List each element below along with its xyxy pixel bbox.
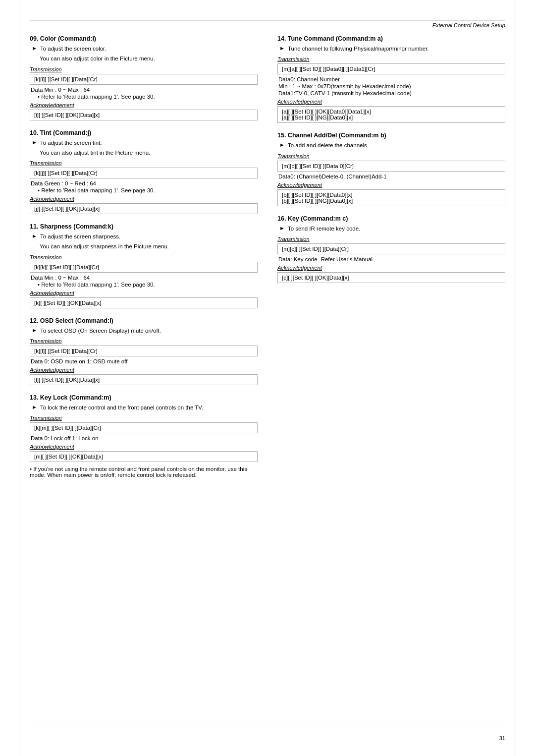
section-10-bullet-1: ► To adjust the screen tint.	[30, 139, 258, 147]
section-14-data-1: Min : 1 ~ Max : 0x7D(transmit by Hexadec…	[277, 83, 505, 89]
section-15-ack-code: [b][ ][Set ID][ ][OK][Data0][x] [b][ ][S…	[277, 189, 505, 206]
right-column: 14. Tune Command (Command:m a) ► Tune ch…	[277, 35, 505, 487]
arrow-icon: ►	[32, 139, 37, 145]
section-13-text-1: To lock the remote control and the front…	[40, 404, 203, 412]
section-13-transmission-code: [k][m][ ][Set ID][ ][Data][Cr]	[30, 422, 258, 433]
section-15-text-1: To add and delete the channels.	[288, 141, 369, 150]
arrow-icon: ►	[279, 142, 285, 148]
section-16-title: 16. Key (Command:m c)	[277, 215, 505, 222]
section-09-text-1: To adjust the screen color.	[40, 45, 107, 53]
section-13-bullet-1: ► To lock the remote control and the fro…	[30, 404, 258, 412]
section-15-transmission-label: Transmission	[277, 153, 505, 159]
section-15-ack-line-1: [b][ ][Set ID][ ][OK][Data0][x]	[282, 192, 501, 198]
arrow-icon: ►	[32, 404, 37, 410]
section-13-ack-label: Acknowledgement	[30, 444, 258, 450]
section-09-transmission-code: [k][i][ ][Set ID][ ][Data][Cr]	[30, 74, 258, 85]
section-15-title: 15. Channel Add/Del (Command:m b)	[277, 132, 505, 139]
section-16-transmission-label: Transmission	[277, 236, 505, 242]
section-10-transmission-label: Transmission	[30, 160, 258, 166]
section-15-ack-label: Acknowledgement	[277, 182, 505, 188]
section-10-title: 10. Tint (Command:j)	[30, 129, 258, 136]
section-16-text-1: To send IR remote key code.	[288, 225, 360, 233]
section-09-ack-label: Acknowledgement	[30, 102, 258, 108]
section-16-transmission-code: [m][c][ ][Set ID][ ][Data][Cr]	[277, 243, 505, 254]
section-16: 16. Key (Command:m c) ► To send IR remot…	[277, 215, 505, 283]
section-16-bullet-1: ► To send IR remote key code.	[277, 225, 505, 233]
arrow-icon: ►	[32, 327, 37, 333]
arrow-icon: ►	[279, 225, 285, 231]
section-14-bullet-1: ► Tune channel to following Physical/maj…	[277, 45, 505, 53]
arrow-icon: ►	[32, 45, 37, 51]
arrow-icon: ►	[279, 45, 285, 51]
section-13: 13. Key Lock (Command:m) ► To lock the r…	[30, 394, 258, 478]
section-12: 12. OSD Select (Command:l) ► To select O…	[30, 317, 258, 385]
header-title: External Control Device Setup	[432, 22, 505, 28]
section-13-title: 13. Key Lock (Command:m)	[30, 394, 258, 401]
section-16-data-0: Data: Key code- Refer User's Manual	[277, 256, 505, 262]
section-15-ack-line-2: [b][ ][Set ID][ ][NG][Data0][x]	[282, 198, 501, 204]
section-14-ack-line-2: [a][ ][Set ID][ ][NG][Data0][x]	[282, 115, 501, 120]
section-11-text-1: To adjust the screen sharpness.	[40, 233, 120, 241]
section-12-title: 12. OSD Select (Command:l)	[30, 317, 258, 324]
section-09-transmission-label: Transmission	[30, 66, 258, 72]
section-14-transmission-label: Transmission	[277, 56, 505, 62]
page-header: External Control Device Setup	[30, 20, 505, 30]
section-14-title: 14. Tune Command (Command:m a)	[277, 35, 505, 42]
section-14-ack-line-1: [a][ ][Set ID][ ][OK][Data0][Data1][x]	[282, 109, 501, 115]
footer-line	[30, 726, 505, 726]
section-12-text-1: To select OSD (On Screen Display) mute o…	[40, 327, 161, 335]
section-10-data-1: • Refer to 'Real data mapping 1'. See pa…	[30, 187, 258, 193]
section-15-bullet-1: ► To add and delete the channels.	[277, 141, 505, 150]
section-12-data-0: Data 0: OSD mute on 1: OSD mute off	[30, 358, 258, 364]
section-16-ack-label: Acknowledgement	[277, 265, 505, 271]
section-14-transmission-code: [m][a][ ][Set ID][ ][Data0][ ][Data1][Cr…	[277, 63, 505, 74]
left-border	[20, 0, 20, 756]
section-09-data-0: Data Min : 0 ~ Max : 64	[30, 87, 258, 93]
section-10-transmission-code: [k][j][ ][Set ID][ ][Data][Cr]	[30, 168, 258, 178]
section-15-transmission-code: [m][b][ ][Set ID][ ][Data 0][Cr]	[277, 161, 505, 172]
section-09: 09. Color (Command:i) ► To adjust the sc…	[30, 35, 258, 120]
left-column: 09. Color (Command:i) ► To adjust the sc…	[30, 35, 258, 487]
section-10-ack-label: Acknowledgement	[30, 196, 258, 202]
section-14-ack-code: [a][ ][Set ID][ ][OK][Data0][Data1][x] […	[277, 106, 505, 123]
section-12-bullet-1: ► To select OSD (On Screen Display) mute…	[30, 327, 258, 335]
section-11-ack-code: [k][ ][Set ID][ ][OK][Data][x]	[30, 297, 258, 308]
section-13-ack-code: [m][ ][Set ID][ ][OK][Data][x]	[30, 451, 258, 462]
page-number: 31	[499, 735, 505, 741]
section-11-bullet-1: ► To adjust the screen sharpness.	[30, 233, 258, 241]
section-12-ack-code: [l][ ][Set ID][ ][OK][Data][x]	[30, 374, 258, 385]
section-11-title: 11. Sharpness (Command:k)	[30, 223, 258, 230]
section-10-text-2: You can also adjust tint in the Picture …	[30, 149, 258, 157]
section-13-data-0: Data 0: Lock off 1: Lock on	[30, 435, 258, 441]
arrow-icon: ►	[32, 233, 37, 239]
section-09-bullet-1: ► To adjust the screen color.	[30, 45, 258, 53]
section-11-transmission-label: Transmission	[30, 254, 258, 260]
section-11-text-2: You can also adjust sharpness in the Pic…	[30, 242, 258, 251]
section-10-data-0: Data Green : 0 ~ Red : 64	[30, 180, 258, 186]
section-14-ack-label: Acknowledgement	[277, 99, 505, 105]
section-09-data-1: • Refer to 'Real data mapping 1'. See pa…	[30, 94, 258, 100]
section-11-data-0: Data Min : 0 ~ Max : 64	[30, 275, 258, 281]
section-14-data-0: Data0: Channel Number	[277, 76, 505, 82]
section-10: 10. Tint (Command:j) ► To adjust the scr…	[30, 129, 258, 215]
section-14-data-2: Data1:TV-0, CATV-1 (transmit by Hexadeci…	[277, 90, 505, 96]
section-12-transmission-label: Transmission	[30, 338, 258, 344]
section-16-ack-code: [c][ ][Set ID][ ][OK][Data][x]	[277, 272, 505, 283]
section-15-data-0: Data0: (Channel)Delete-0, (Channel)Add-1	[277, 174, 505, 179]
section-11-transmission-code: [k][k][ ][Set ID][ ][Data][Cr]	[30, 262, 258, 273]
page: External Control Device Setup 09. Color …	[0, 0, 535, 756]
section-12-ack-label: Acknowledgement	[30, 367, 258, 373]
section-10-text-1: To adjust the screen tint.	[40, 139, 102, 147]
section-09-ack-code: [i][ ][Set ID][ ][OK][Data][x]	[30, 110, 258, 120]
section-11: 11. Sharpness (Command:k) ► To adjust th…	[30, 223, 258, 308]
section-14: 14. Tune Command (Command:m a) ► Tune ch…	[277, 35, 505, 123]
content-columns: 09. Color (Command:i) ► To adjust the sc…	[30, 35, 505, 487]
section-14-text-1: Tune channel to following Physical/major…	[288, 45, 429, 53]
section-10-ack-code: [j][ ][Set ID][ ][OK][Data][x]	[30, 203, 258, 214]
section-11-ack-label: Acknowledgement	[30, 290, 258, 296]
right-border	[515, 0, 515, 756]
section-09-text-2: You can also adjust color in the Picture…	[30, 55, 258, 63]
section-12-transmission-code: [k][l][ ][Set ID][ ][Data][Cr]	[30, 346, 258, 356]
section-15: 15. Channel Add/Del (Command:m b) ► To a…	[277, 132, 505, 206]
section-09-title: 09. Color (Command:i)	[30, 35, 258, 42]
